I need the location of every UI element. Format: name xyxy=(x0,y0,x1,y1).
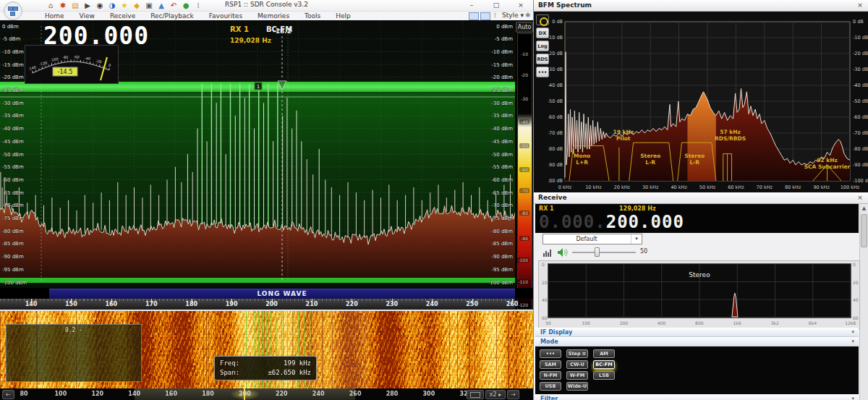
equalizer-icon[interactable] xyxy=(542,247,553,258)
mode-button-lsb[interactable]: LSB xyxy=(593,371,615,380)
bfm-spectrum-window: BFM Spectrum × DXLogRDS••• MonoL+R19 kHz… xyxy=(533,0,868,192)
menu-view[interactable]: View xyxy=(80,12,95,20)
bfm-freq-label: 60 kHz xyxy=(728,184,744,190)
display-1-icon[interactable] xyxy=(469,12,479,20)
section-mode[interactable]: Mode ▾ xyxy=(535,337,859,346)
bfm-db-label: -30 dB xyxy=(548,67,563,72)
home-icon[interactable]: ⌂ xyxy=(45,1,56,10)
bfm-button-dx[interactable]: DX xyxy=(536,27,549,38)
band-navigator[interactable]: 80100120140160180200220240260280300320 ←… xyxy=(0,388,533,400)
more-icon[interactable]: ⁞ xyxy=(192,1,204,10)
mode-button-[interactable]: ••• xyxy=(540,349,561,358)
bfm-title-bar: BFM Spectrum × xyxy=(534,0,868,12)
scroll-up-icon[interactable]: ▲ xyxy=(860,204,868,213)
dbm-label: -30 dBm xyxy=(2,101,24,106)
bfm-close-icon[interactable]: × xyxy=(856,1,864,9)
bfm-db-label: -100 dB xyxy=(548,178,563,184)
audio-y-label: 60 xyxy=(853,315,859,320)
lock-icon[interactable]: ◆ xyxy=(131,1,142,10)
mode-button-sam[interactable]: SAM xyxy=(540,360,561,369)
bfm-button-dotsdotsdots[interactable]: ••• xyxy=(536,67,549,77)
settings-icon[interactable]: ✱ xyxy=(57,1,69,10)
receive-close-icon[interactable]: × xyxy=(856,194,864,201)
nav-left-button[interactable]: ← xyxy=(2,390,14,399)
bfm-scope-button[interactable] xyxy=(536,14,549,25)
volume-slider-track[interactable] xyxy=(572,252,636,253)
menu-home[interactable]: Home xyxy=(45,12,64,20)
undo-icon[interactable]: ↶ xyxy=(168,1,179,10)
nav-zoom-button[interactable]: x2 ▸ xyxy=(485,390,506,399)
display-2-icon[interactable] xyxy=(480,12,490,20)
mode-button-bcfm[interactable]: BC-FM xyxy=(593,360,615,369)
bfm-db-label: -60 dB xyxy=(853,114,868,120)
preset-value: Default xyxy=(543,236,630,242)
colorbar-label: -80 xyxy=(519,210,529,216)
mode-button-wfm[interactable]: W-FM xyxy=(566,371,588,380)
close-button[interactable]: × xyxy=(513,0,529,10)
audio-x-label: 800 xyxy=(695,320,703,325)
style-menu[interactable]: Style ▾ xyxy=(502,12,524,19)
nav-right-button[interactable]: → xyxy=(507,390,519,399)
meter-tick: -100 xyxy=(50,56,59,62)
section-if-display[interactable]: IF Display ▾ xyxy=(535,328,859,337)
navigator-label: 100 xyxy=(55,391,67,397)
meter-tick: -20 xyxy=(95,59,102,64)
section-arrow-icon[interactable]: ▾ xyxy=(851,329,854,335)
mode-button-am[interactable]: AM xyxy=(593,349,615,358)
menu-help[interactable]: Help xyxy=(336,12,351,20)
menu-tools[interactable]: Tools xyxy=(305,12,320,20)
receive-frequency-display[interactable]: RX 1 129,028 Hz 0.000.200.000 xyxy=(535,204,859,233)
scroll-thumb[interactable] xyxy=(861,214,867,247)
audio-y-label: 0 xyxy=(853,262,856,267)
menu-memories[interactable]: Memories xyxy=(258,12,289,20)
bfm-button-log[interactable]: Log xyxy=(536,41,549,51)
auto-range-button[interactable]: Auto xyxy=(516,22,533,33)
rx-marker-badge: 1 xyxy=(257,84,260,90)
volume-slider-thumb[interactable] xyxy=(595,247,600,257)
dbm-label: -65 dBm xyxy=(2,190,24,196)
dbm-label: -75 dBm xyxy=(2,216,24,221)
menu-receive[interactable]: Receive xyxy=(110,12,135,20)
status-icon[interactable]: ● xyxy=(180,1,192,10)
sync-icon[interactable]: ◑ xyxy=(106,1,118,10)
record-icon[interactable]: ◉ xyxy=(94,1,106,10)
colorbar-column: Auto -10-20-30-40-50-60-70-80-90-100-110… xyxy=(515,20,533,310)
audio-spectrum[interactable]: Stereo xyxy=(548,263,851,318)
camera-icon[interactable]: ▣ xyxy=(143,1,155,10)
section-arrow-icon[interactable]: ▾ xyxy=(851,396,854,400)
pin-icon[interactable]: ⊺ xyxy=(493,12,497,20)
mode-button-step[interactable]: Step ≡ xyxy=(566,349,588,358)
gear-icon[interactable]: ✱ xyxy=(525,12,531,19)
mode-button-wideu[interactable]: Wide-U xyxy=(566,382,588,391)
play-icon[interactable]: ▶ xyxy=(82,1,93,10)
maximize-button[interactable]: □ xyxy=(488,0,504,10)
section-arrow-icon[interactable]: ▾ xyxy=(851,339,854,344)
mode-button-nfm[interactable]: N-FM xyxy=(540,371,561,380)
menu-favourites[interactable]: Favourites xyxy=(209,12,242,20)
waterfall-colorbar[interactable]: -10-20-30-40-50-60-70-80-90-100-110-120 xyxy=(517,33,532,310)
receive-scrollbar[interactable]: ▲ xyxy=(859,204,868,400)
mode-button-cwu[interactable]: CW-U xyxy=(566,360,588,369)
dbm-label: -40 dBm xyxy=(491,126,513,132)
bfm-button-rds[interactable]: RDS xyxy=(536,54,549,64)
app-menu-button[interactable] xyxy=(4,1,22,20)
mode-button-usb[interactable]: USB xyxy=(540,382,561,391)
tooltip-freq-label: Freq: xyxy=(220,359,239,368)
frequency-scale[interactable]: 140150160170180190200210220230240250260 xyxy=(0,299,515,310)
colorbar-label: -10 xyxy=(519,51,529,56)
minimize-button[interactable]: – xyxy=(464,0,480,10)
waterfall-zoom-overlay[interactable]: 0.2 - xyxy=(6,324,142,382)
bfm-db-label: -70 dB xyxy=(853,130,868,136)
colorbar-label: -30 xyxy=(519,96,529,101)
section-filter[interactable]: Filter ▾ xyxy=(535,394,859,400)
preset-combobox[interactable]: Default ▾ xyxy=(542,234,642,244)
sdr-console-app: RSP1 :: SDR Console v3.2 – □ × ⌂✱▤▶◉◑★◆▣… xyxy=(0,0,868,400)
volume-value: 50 xyxy=(640,248,647,255)
speaker-icon[interactable] xyxy=(557,247,569,258)
user-icon[interactable]: ▲ xyxy=(156,1,167,10)
menu-rec-playback[interactable]: Rec/Playback xyxy=(150,12,194,20)
folder-icon[interactable]: ▤ xyxy=(69,1,81,10)
nav-snapshot-button[interactable] xyxy=(467,390,484,399)
favourite-icon[interactable]: ★ xyxy=(119,1,130,10)
band-label[interactable]: LONG WAVE xyxy=(49,289,515,299)
